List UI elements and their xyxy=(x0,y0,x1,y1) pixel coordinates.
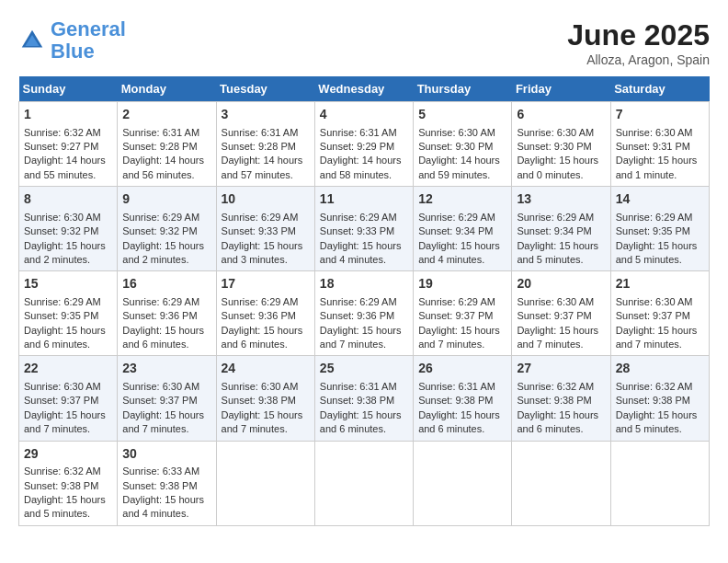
sunrise-text: Sunrise: 6:30 AM xyxy=(24,212,101,223)
day-number: 25 xyxy=(320,360,408,378)
day-number: 29 xyxy=(24,445,112,464)
day-number: 28 xyxy=(616,360,704,378)
sunset-text: Sunset: 9:29 PM xyxy=(320,141,394,152)
sunrise-text: Sunrise: 6:32 AM xyxy=(24,465,101,477)
day-number: 1 xyxy=(24,106,112,124)
page-header: General Blue June 2025 Alloza, Aragon, S… xyxy=(18,18,710,67)
empty-cell xyxy=(314,441,413,525)
daylight-text: Daylight: 15 hours and 7 minutes. xyxy=(517,325,598,350)
calendar-day-cell: 20Sunrise: 6:30 AMSunset: 9:37 PMDayligh… xyxy=(512,271,610,356)
column-header-sunday: Sunday xyxy=(19,76,118,102)
column-header-tuesday: Tuesday xyxy=(216,76,314,102)
daylight-text: Daylight: 15 hours and 5 minutes. xyxy=(24,494,106,519)
calendar-day-cell: 9Sunrise: 6:29 AMSunset: 9:32 PMDaylight… xyxy=(118,187,216,271)
column-header-thursday: Thursday xyxy=(414,76,512,102)
day-number: 14 xyxy=(616,190,704,209)
day-number: 15 xyxy=(24,275,112,293)
sunrise-text: Sunrise: 6:29 AM xyxy=(418,212,495,223)
calendar-day-cell: 25Sunrise: 6:31 AMSunset: 9:38 PMDayligh… xyxy=(314,356,413,441)
sunset-text: Sunset: 9:33 PM xyxy=(320,225,394,236)
sunrise-text: Sunrise: 6:29 AM xyxy=(320,296,397,307)
daylight-text: Daylight: 15 hours and 6 minutes. xyxy=(320,409,402,434)
sunset-text: Sunset: 9:38 PM xyxy=(517,395,591,406)
logo-line2: Blue xyxy=(51,40,95,63)
sunrise-text: Sunrise: 6:30 AM xyxy=(24,381,101,392)
sunset-text: Sunset: 9:38 PM xyxy=(320,395,394,406)
column-header-wednesday: Wednesday xyxy=(314,76,413,102)
sunrise-text: Sunrise: 6:31 AM xyxy=(418,381,495,392)
calendar-day-cell: 7Sunrise: 6:30 AMSunset: 9:31 PMDaylight… xyxy=(610,102,709,187)
calendar-day-cell: 24Sunrise: 6:30 AMSunset: 9:38 PMDayligh… xyxy=(216,356,314,441)
daylight-text: Daylight: 15 hours and 6 minutes. xyxy=(418,409,500,434)
day-number: 21 xyxy=(616,275,704,293)
sunrise-text: Sunrise: 6:29 AM xyxy=(122,296,199,307)
logo-icon xyxy=(18,27,46,54)
daylight-text: Daylight: 14 hours and 55 minutes. xyxy=(24,155,106,179)
sunset-text: Sunset: 9:34 PM xyxy=(517,225,591,236)
sunrise-text: Sunrise: 6:31 AM xyxy=(222,127,299,138)
calendar-day-cell: 22Sunrise: 6:30 AMSunset: 9:37 PMDayligh… xyxy=(19,356,118,441)
sunrise-text: Sunrise: 6:29 AM xyxy=(320,212,397,223)
column-header-monday: Monday xyxy=(118,76,216,102)
sunrise-text: Sunrise: 6:30 AM xyxy=(616,296,693,307)
daylight-text: Daylight: 15 hours and 7 minutes. xyxy=(616,325,698,350)
logo-line1: General xyxy=(51,17,126,40)
daylight-text: Daylight: 15 hours and 7 minutes. xyxy=(418,325,500,350)
daylight-text: Daylight: 15 hours and 6 minutes. xyxy=(24,325,106,350)
calendar-day-cell: 1Sunrise: 6:32 AMSunset: 9:27 PMDaylight… xyxy=(19,102,118,187)
day-number: 24 xyxy=(222,360,310,378)
day-number: 19 xyxy=(418,275,506,293)
day-number: 8 xyxy=(24,190,112,209)
calendar-day-cell: 17Sunrise: 6:29 AMSunset: 9:36 PMDayligh… xyxy=(216,271,314,356)
sunrise-text: Sunrise: 6:31 AM xyxy=(320,127,397,138)
sunrise-text: Sunrise: 6:30 AM xyxy=(418,127,495,138)
calendar-day-cell: 14Sunrise: 6:29 AMSunset: 9:35 PMDayligh… xyxy=(610,187,709,271)
sunset-text: Sunset: 9:33 PM xyxy=(222,225,296,236)
day-number: 30 xyxy=(122,445,210,464)
sunset-text: Sunset: 9:37 PM xyxy=(616,310,690,321)
sunset-text: Sunset: 9:36 PM xyxy=(122,310,197,321)
day-number: 22 xyxy=(24,360,112,378)
sunrise-text: Sunrise: 6:30 AM xyxy=(222,381,299,392)
calendar-header-row: SundayMondayTuesdayWednesdayThursdayFrid… xyxy=(19,76,710,102)
sunset-text: Sunset: 9:35 PM xyxy=(616,225,690,236)
sunset-text: Sunset: 9:37 PM xyxy=(517,310,591,321)
daylight-text: Daylight: 15 hours and 0 minutes. xyxy=(517,155,598,179)
sunset-text: Sunset: 9:38 PM xyxy=(24,480,98,491)
sunset-text: Sunset: 9:38 PM xyxy=(616,395,690,406)
day-number: 6 xyxy=(517,106,605,124)
month-title: June 2025 xyxy=(567,18,710,52)
sunset-text: Sunset: 9:32 PM xyxy=(122,225,197,236)
sunrise-text: Sunrise: 6:29 AM xyxy=(222,212,299,223)
daylight-text: Daylight: 15 hours and 5 minutes. xyxy=(517,240,598,265)
sunrise-text: Sunrise: 6:32 AM xyxy=(517,381,594,392)
calendar-day-cell: 10Sunrise: 6:29 AMSunset: 9:33 PMDayligh… xyxy=(216,187,314,271)
calendar-day-cell: 29Sunrise: 6:32 AMSunset: 9:38 PMDayligh… xyxy=(19,441,118,525)
daylight-text: Daylight: 15 hours and 7 minutes. xyxy=(122,409,204,434)
day-number: 2 xyxy=(122,106,210,124)
empty-cell xyxy=(610,441,709,525)
day-number: 27 xyxy=(517,360,605,378)
sunset-text: Sunset: 9:36 PM xyxy=(320,310,394,321)
sunrise-text: Sunrise: 6:30 AM xyxy=(616,127,693,138)
sunset-text: Sunset: 9:28 PM xyxy=(222,141,296,152)
calendar-day-cell: 13Sunrise: 6:29 AMSunset: 9:34 PMDayligh… xyxy=(512,187,610,271)
calendar-day-cell: 4Sunrise: 6:31 AMSunset: 9:29 PMDaylight… xyxy=(314,102,413,187)
calendar-day-cell: 5Sunrise: 6:30 AMSunset: 9:30 PMDaylight… xyxy=(414,102,512,187)
calendar-day-cell: 26Sunrise: 6:31 AMSunset: 9:38 PMDayligh… xyxy=(414,356,512,441)
daylight-text: Daylight: 15 hours and 6 minutes. xyxy=(222,325,303,350)
sunset-text: Sunset: 9:38 PM xyxy=(122,480,197,491)
empty-cell xyxy=(512,441,610,525)
daylight-text: Daylight: 14 hours and 56 minutes. xyxy=(122,155,204,179)
sunset-text: Sunset: 9:35 PM xyxy=(24,310,98,321)
sunset-text: Sunset: 9:32 PM xyxy=(24,225,98,236)
calendar-week-row: 1Sunrise: 6:32 AMSunset: 9:27 PMDaylight… xyxy=(19,102,710,187)
calendar-day-cell: 18Sunrise: 6:29 AMSunset: 9:36 PMDayligh… xyxy=(314,271,413,356)
sunrise-text: Sunrise: 6:31 AM xyxy=(320,381,397,392)
daylight-text: Daylight: 15 hours and 6 minutes. xyxy=(517,409,598,434)
sunrise-text: Sunrise: 6:30 AM xyxy=(517,296,594,307)
sunset-text: Sunset: 9:34 PM xyxy=(418,225,493,236)
day-number: 10 xyxy=(222,190,310,209)
logo-text: General Blue xyxy=(51,18,126,63)
daylight-text: Daylight: 15 hours and 4 minutes. xyxy=(122,494,204,519)
